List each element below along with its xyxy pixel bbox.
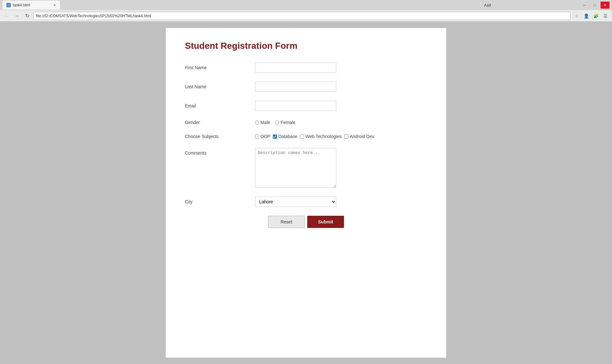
extensions-icon[interactable]: 🧩 (592, 12, 600, 20)
form-container: Student Registration Form First Name Las… (166, 28, 446, 358)
subject-android-label[interactable]: Android Dev. (344, 134, 375, 139)
gender-female-text: Female (280, 120, 295, 125)
close-button[interactable]: ✕ (601, 2, 609, 9)
page-wrapper: Student Registration Form First Name Las… (0, 22, 612, 364)
gender-group: Male Female (255, 120, 295, 125)
tab-title: task4.html (13, 3, 30, 7)
gender-female-label[interactable]: Female (275, 120, 295, 125)
email-row: Email (185, 101, 427, 111)
subject-android-checkbox[interactable] (344, 135, 348, 139)
city-label: City (185, 199, 255, 204)
title-bar: t task4.html ✕ Asif ─ □ ✕ (0, 0, 612, 10)
gender-male-text: Male (260, 120, 270, 125)
profile-icon[interactable]: 👤 (582, 12, 590, 20)
subjects-label: Choose Subjects (185, 134, 255, 139)
email-input[interactable] (255, 101, 336, 111)
city-row: City Lahore Karachi Islamabad Rawalpindi (185, 197, 427, 207)
reset-button[interactable]: Reset (268, 216, 305, 228)
toolbar-icons: ☆ 👤 🧩 ☰ (572, 12, 609, 20)
city-select[interactable]: Lahore Karachi Islamabad Rawalpindi (255, 197, 336, 207)
gender-male-label[interactable]: Male (255, 120, 270, 125)
minimize-button[interactable]: ─ (580, 2, 589, 9)
forward-button[interactable]: → (13, 12, 21, 20)
subject-database-label[interactable]: Database (273, 134, 297, 139)
subjects-group: OOP Database Web Technologies Android De… (255, 134, 375, 139)
bookmark-icon[interactable]: ☆ (572, 12, 581, 20)
comments-label: Comments (185, 148, 255, 156)
subject-android-text: Android Dev. (350, 134, 375, 139)
window-controls: ─ □ ✕ (580, 2, 609, 9)
subject-web-text: Web Technologies (305, 134, 342, 139)
first-name-label: First Name (185, 65, 255, 70)
last-name-input[interactable] (255, 82, 336, 92)
comments-row: Comments (185, 148, 427, 188)
subject-oop-label[interactable]: OOP (255, 134, 270, 139)
gender-label: Gender (185, 120, 255, 125)
subject-oop-text: OOP (260, 134, 270, 139)
form-title: Student Registration Form (185, 41, 427, 51)
browser-chrome: t task4.html ✕ Asif ─ □ ✕ ← → ↻ ☆ 👤 🧩 ☰ (0, 0, 612, 22)
last-name-label: Last Name (185, 84, 255, 89)
settings-icon[interactable]: ☰ (601, 12, 609, 20)
browser-toolbar: ← → ↻ ☆ 👤 🧩 ☰ (0, 10, 612, 22)
subjects-row: Choose Subjects OOP Database Web Technol… (185, 134, 427, 139)
address-bar[interactable] (33, 12, 571, 20)
browser-tab[interactable]: t task4.html ✕ (3, 1, 60, 10)
email-label: Email (185, 103, 255, 108)
subject-web-label[interactable]: Web Technologies (300, 134, 342, 139)
gender-female-radio[interactable] (275, 120, 279, 125)
first-name-input[interactable] (255, 62, 336, 73)
subject-web-checkbox[interactable] (300, 135, 304, 139)
user-label: Asif (484, 3, 491, 8)
subject-database-text: Database (278, 134, 297, 139)
gender-male-radio[interactable] (255, 120, 259, 125)
buttons-row: Reset Submit (185, 216, 427, 228)
registration-form: First Name Last Name Email Gender Male (185, 62, 427, 228)
reload-button[interactable]: ↻ (23, 12, 31, 20)
comments-textarea[interactable] (255, 148, 336, 188)
tab-favicon: t (6, 3, 11, 7)
last-name-row: Last Name (185, 82, 427, 92)
tab-close-button[interactable]: ✕ (53, 3, 56, 7)
gender-row: Gender Male Female (185, 120, 427, 125)
subject-database-checkbox[interactable] (273, 135, 277, 139)
first-name-row: First Name (185, 62, 427, 73)
maximize-button[interactable]: □ (590, 2, 599, 9)
submit-button[interactable]: Submit (307, 216, 344, 228)
subject-oop-checkbox[interactable] (255, 135, 259, 139)
back-button[interactable]: ← (3, 12, 11, 20)
